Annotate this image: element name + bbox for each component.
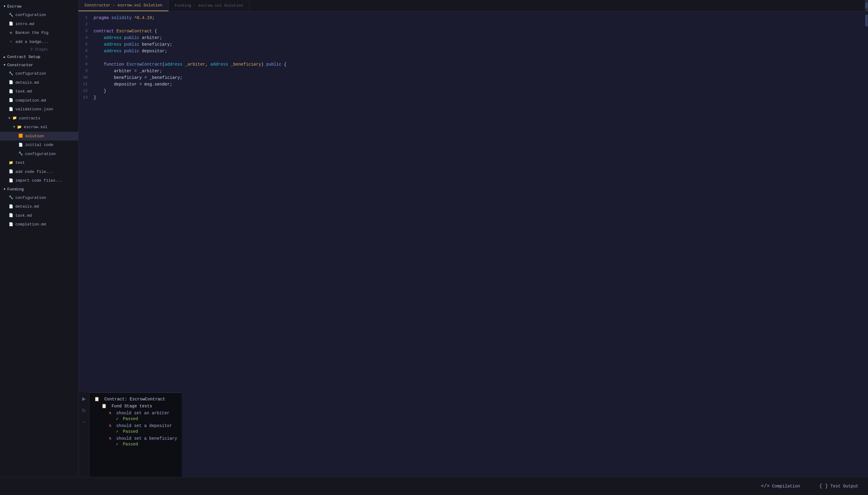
- sidebar-section-constructor[interactable]: ▼ Constructor: [0, 61, 78, 69]
- sidebar-item-label: intro.md: [15, 21, 34, 27]
- tab-funding[interactable]: Funding - escrow.sol Solution: [169, 0, 249, 11]
- scrollbar-thumb: [865, 15, 868, 27]
- sidebar-section-escrow[interactable]: ▼ Escrow: [0, 2, 78, 11]
- file-icon: 📄: [8, 213, 13, 218]
- minus-button[interactable]: −: [81, 418, 86, 426]
- compilation-button[interactable]: </> Compilation: [758, 482, 804, 491]
- sidebar-item-bankon-pig[interactable]: ⚙ Bankon the Pig: [0, 29, 78, 37]
- test-output-label: Test Output: [831, 484, 858, 489]
- flask-icon-2: ⚗: [109, 423, 111, 428]
- sidebar-item-fund-configuration[interactable]: 🔧 configuration: [0, 193, 78, 203]
- test-contract-label: 📋 Contract: EscrowContract: [94, 396, 177, 402]
- sidebar-item-task-md[interactable]: 📄 task.md: [0, 87, 78, 96]
- main-content: ▼ Escrow 🔧 configuration 📄 intro.md ⚙ Ba…: [0, 0, 868, 477]
- test-suite-label: 📋 Fund Stage tests: [94, 404, 177, 409]
- compilation-icon: </>: [761, 483, 770, 489]
- test-case-2-name: should set a depositor: [116, 423, 172, 428]
- suite-doc-icon: 📋: [102, 404, 107, 409]
- sidebar-item-label: initial code: [25, 142, 53, 148]
- app-container: ▼ Escrow 🔧 configuration 📄 intro.md ⚙ Ba…: [0, 0, 868, 495]
- sidebar-item-label: completion.md: [15, 222, 46, 227]
- code-editor[interactable]: 1 pragma solidity ^0.4.19; 2 3 contract …: [78, 12, 868, 392]
- contract-setup-label: Contract Setup: [7, 55, 40, 59]
- sidebar-item-initial-code[interactable]: 📄 initial code: [0, 140, 78, 150]
- sidebar-item-contracts[interactable]: ▼ 📁 contracts: [0, 114, 78, 123]
- check-icon-1: ✓: [116, 416, 118, 421]
- gear-icon: ⚙: [8, 30, 13, 36]
- sidebar-item-import-code-files[interactable]: 📄 import code files...: [0, 176, 78, 185]
- sidebar-item-label: add code file...: [15, 169, 53, 175]
- sidebar-item-validations-json[interactable]: 📄 validations.json: [0, 105, 78, 114]
- bottom-panel-wrapper: ▶ ↻ − 📋 Contract: EscrowContract 📋 Fund …: [78, 392, 868, 477]
- constructor-arrow: ▼: [4, 64, 5, 67]
- file-icon: 📄: [8, 80, 13, 85]
- funding-arrow: ▼: [4, 188, 5, 191]
- code-line-5: 5 address public beneficiary;: [78, 41, 868, 48]
- code-line-6: 6 address public depositor;: [78, 48, 868, 54]
- compilation-label: Compilation: [772, 484, 800, 489]
- sidebar-item-solution[interactable]: 🟧 solution: [0, 132, 78, 141]
- sidebar-item-intro-md[interactable]: 📄 intro.md: [0, 20, 78, 29]
- code-line-13: 13 }: [78, 94, 868, 101]
- contracts-arrow: ▼: [8, 116, 10, 121]
- folder-icon: 📁: [8, 160, 13, 166]
- tab-constructor[interactable]: Constructor - escrow.sol Solution: [78, 0, 169, 11]
- test-output-icon: { }: [819, 483, 828, 489]
- sidebar-item-escrow-sol[interactable]: ▼ 📂 escrow.sol: [0, 123, 78, 132]
- sidebar-item-test[interactable]: 📁 test: [0, 158, 78, 167]
- contract-setup-arrow: ▶: [4, 55, 5, 59]
- sidebar-item-label: escrow.sol: [24, 124, 48, 130]
- sidebar-section-contract-setup[interactable]: ▶ Contract Setup: [0, 53, 78, 61]
- check-icon-2: ✓: [116, 429, 118, 434]
- test-result-2-status: Passed: [123, 429, 138, 434]
- contract-doc-icon: 📋: [94, 397, 99, 402]
- sidebar-item-label: import code files...: [15, 178, 63, 184]
- sidebar-item-label: configuration: [15, 71, 46, 77]
- test-case-3: ⚗ should set a beneficiary: [94, 436, 177, 441]
- editor-scrollbar[interactable]: [865, 12, 868, 392]
- sidebar-item-label: task.md: [15, 88, 32, 95]
- sidebar-item-add-code-file[interactable]: 📄 add code file...: [0, 167, 78, 176]
- code-line-3: 3 contract EscrowContract {: [78, 28, 868, 34]
- sidebar-item-label: configuration: [15, 12, 46, 18]
- flask-icon-3: ⚗: [109, 436, 111, 441]
- sidebar-item-add-badge[interactable]: ○ add a badge...: [0, 37, 78, 47]
- sidebar-item-fund-details-md[interactable]: 📄 details.md: [0, 202, 78, 211]
- sidebar-item-sol-configuration[interactable]: 🔧 configuration: [0, 150, 78, 159]
- escrow-label: Escrow: [7, 4, 21, 9]
- wrench-icon: 🔧: [8, 71, 13, 76]
- sidebar-item-fund-completion-md[interactable]: 📄 completion.md: [0, 220, 78, 229]
- run-button[interactable]: ▶: [81, 395, 87, 403]
- wrench-icon: 🔧: [8, 195, 13, 200]
- code-line-4: 4 address public arbiter;: [78, 34, 868, 41]
- file-icon: 📄: [8, 222, 13, 227]
- sidebar-section-funding[interactable]: ▼ Funding: [0, 185, 78, 193]
- file-icon: 📄: [8, 107, 13, 112]
- refresh-button[interactable]: ↻: [81, 407, 87, 415]
- sidebar-item-details-md[interactable]: 📄 details.md: [0, 78, 78, 87]
- constructor-label: Constructor: [7, 63, 33, 67]
- sidebar-item-label: configuration: [15, 195, 46, 201]
- code-line-2: 2: [78, 21, 868, 28]
- sidebar-item-cons-configuration[interactable]: 🔧 configuration: [0, 69, 78, 78]
- tab-bar: Constructor - escrow.sol Solution Fundin…: [78, 0, 868, 12]
- test-result-3-status: Passed: [123, 442, 138, 447]
- sidebar-item-label: Bankon the Pig: [15, 30, 48, 36]
- file-import-icon: 📄: [8, 178, 13, 184]
- sidebar-item-completion-md[interactable]: 📄 completion.md: [0, 96, 78, 105]
- folder-icon: 📁: [12, 116, 17, 121]
- escrow-arrow: ▼: [4, 5, 5, 8]
- code-line-10: 10 beneficiary = _beneficiary;: [78, 74, 868, 81]
- flask-icon-1: ⚗: [109, 411, 111, 415]
- tab-funding-label: Funding - escrow.sol Solution: [175, 3, 243, 8]
- file-icon: 📄: [18, 142, 23, 148]
- sidebar-item-fund-task-md[interactable]: 📄 task.md: [0, 211, 78, 220]
- sidebar-item-configuration[interactable]: 🔧 configuration: [0, 11, 78, 20]
- sidebar-item-label: configuration: [25, 151, 56, 157]
- sidebar-item-label: contracts: [19, 116, 40, 121]
- code-line-11: 11 depositor = msg.sender;: [78, 81, 868, 88]
- tab-scrollbar: [865, 0, 868, 11]
- test-case-3-name: should set a beneficiary: [116, 436, 177, 441]
- test-output-button[interactable]: { } Test Output: [816, 482, 862, 491]
- sidebar-item-label: add a badge...: [15, 39, 48, 45]
